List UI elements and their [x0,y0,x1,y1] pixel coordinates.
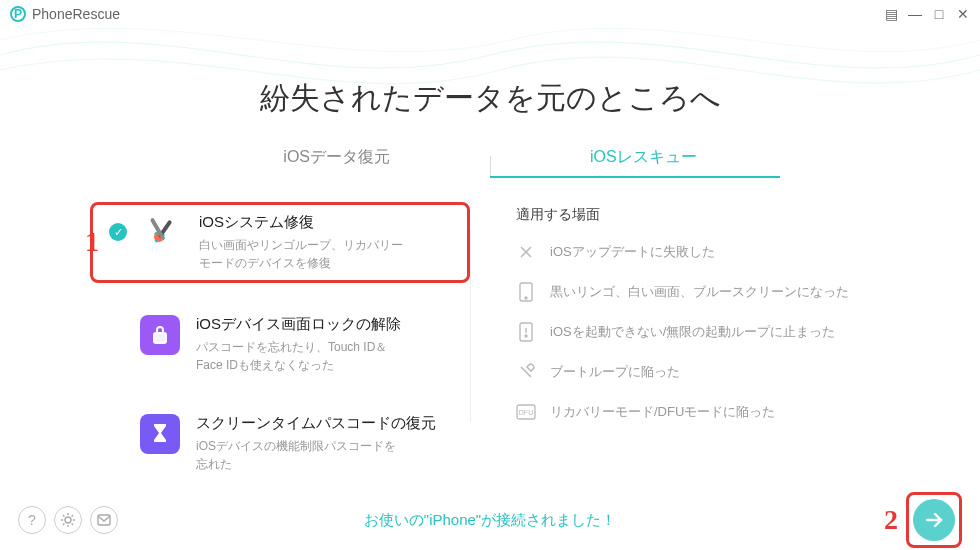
scenario-item: iOSを起動できない/無限の起動ループに止まった [516,322,890,342]
x-icon [516,242,536,262]
scenario-text: ブートループに陥った [550,363,680,381]
scenario-text: iOSアップデートに失敗した [550,243,715,261]
wrench-icon [516,362,536,382]
page-title: 紛失されたデータを元のところへ [0,78,980,119]
menu-icon[interactable]: ▤ [884,6,898,22]
title-bar: P PhoneRescue ▤ ― □ ✕ [0,0,980,28]
scenario-item: iOSアップデートに失敗した [516,242,890,262]
svg-point-11 [65,517,71,523]
annotation-2: 2 [884,504,898,536]
option-title: スクリーンタイムパスコードの復元 [196,414,436,433]
scenario-text: iOSを起動できない/無限の起動ループに止まった [550,323,835,341]
option-title: iOSデバイス画面ロックの解除 [196,315,406,334]
svg-point-8 [525,335,527,337]
help-button[interactable]: ? [18,506,46,534]
dfu-icon: DFU [516,402,536,422]
svg-rect-12 [98,515,110,525]
scenario-text: リカバリーモード/DFUモードに陥った [550,403,775,421]
scenario-item: DFU リカバリーモード/DFUモードに陥った [516,402,890,422]
phone-alert-icon [516,322,536,342]
app-name: PhoneRescue [32,6,120,22]
scenarios-heading: 適用する場面 [516,206,890,224]
scenario-text: 黒いリンゴ、白い画面、ブルースクリーンになった [550,283,849,301]
maximize-icon[interactable]: □ [932,6,946,22]
tabs: iOSデータ復元 iOSレスキュー [0,147,980,178]
wrench-screwdriver-icon [143,213,183,253]
tab-ios-rescue[interactable]: iOSレスキュー [590,147,697,178]
hourglass-icon [140,414,180,454]
proceed-button[interactable] [913,499,955,541]
phone-icon [516,282,536,302]
svg-point-6 [525,297,527,299]
option-desc: パスコードを忘れたり、Touch ID＆Face IDも使えなくなった [196,338,406,374]
option-title: iOSシステム修復 [199,213,409,232]
svg-rect-4 [154,333,166,343]
option-system-repair[interactable]: ✓ iOSシステム修復 白い画面やリンゴループ、リカバリーモードのデバイスを修復 [90,202,470,283]
option-screen-unlock[interactable]: iOSデバイス画面ロックの解除 パスコードを忘れたり、Touch ID＆Face… [90,307,470,382]
scenario-item: ブートループに陥った [516,362,890,382]
option-desc: 白い画面やリンゴループ、リカバリーモードのデバイスを修復 [199,236,409,272]
tab-data-recovery[interactable]: iOSデータ復元 [283,147,390,178]
option-screentime[interactable]: スクリーンタイムパスコードの復元 iOSデバイスの機能制限パスコードを忘れた [90,406,470,481]
scenario-item: 黒いリンゴ、白い画面、ブルースクリーンになった [516,282,890,302]
connection-status: お使いの"iPhone"が接続されました！ [364,511,616,530]
brand-logo-icon: P [10,6,26,22]
feedback-button[interactable] [90,506,118,534]
settings-button[interactable] [54,506,82,534]
option-desc: iOSデバイスの機能制限パスコードを忘れた [196,437,406,473]
minimize-icon[interactable]: ― [908,6,922,22]
svg-text:DFU: DFU [519,409,533,416]
close-icon[interactable]: ✕ [956,6,970,22]
lock-icon [140,315,180,355]
check-icon: ✓ [109,223,127,241]
